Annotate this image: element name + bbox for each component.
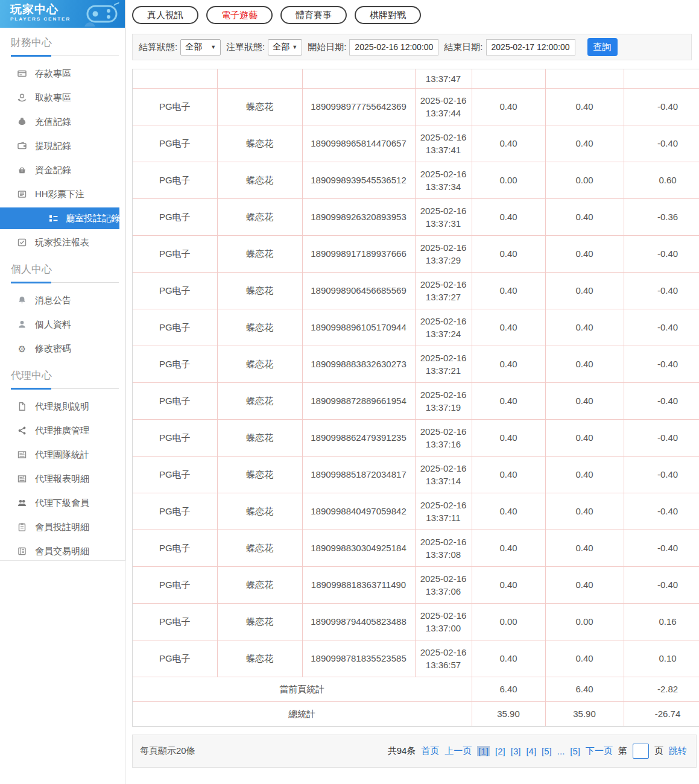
cell-order-no: 1890998862479391235 [302, 419, 415, 456]
cell-platform: PG电子 [133, 419, 217, 456]
next-page-link[interactable]: 下一页 [586, 745, 613, 757]
settle-status-select[interactable]: 全部 ▼ [180, 39, 221, 55]
cell-game: 蝶恋花 [217, 530, 302, 566]
cell-time: 13:37:16 [416, 438, 472, 450]
cell-date: 2025-02-16 [416, 204, 472, 217]
cell-order-no: 1890998794405823488 [302, 603, 415, 640]
last-page-link[interactable]: [5] [570, 746, 580, 756]
table-row: PG电子蝶恋花18909988518720348172025-02-1613:3… [133, 456, 699, 493]
sidebar-item-withdraw[interactable]: 取款專區 [0, 86, 125, 110]
sidebar-item-announcements[interactable]: 消息公告 [0, 288, 125, 312]
section-title-personal: 個人中心 [11, 262, 125, 276]
cell-time: 13:37:14 [416, 475, 472, 487]
sidebar-item-cashout-records[interactable]: 提現記錄 [0, 134, 125, 158]
cell-platform: PG电子 [133, 198, 217, 235]
page-size-text: 每頁顯示20條 [140, 745, 195, 757]
cell-game: 蝶恋花 [217, 603, 302, 640]
cell-datetime: 2025-02-1613:37:00 [415, 603, 472, 640]
total-summary-label: 總統計 [133, 701, 472, 726]
page-4-link[interactable]: [4] [526, 746, 536, 756]
cell-bet-amount: 0.40 [472, 640, 545, 677]
sidebar-item-room-bet-records[interactable]: 廳室投註記錄 › [0, 207, 119, 229]
cell-order-no: 1890998883832630273 [302, 346, 415, 382]
cell-valid-bet: 0.40 [545, 419, 624, 456]
table-row: PG电子蝶恋花18909988624793912352025-02-1613:3… [133, 419, 699, 456]
cell-bet-amount: 0.00 [472, 603, 545, 640]
cell-platform: PG电子 [133, 309, 217, 346]
cell-order-no: 1890998906456685569 [302, 272, 415, 309]
cell-order-no: 1890998830304925184 [302, 530, 415, 566]
cell-order-no: 1890998926320893953 [302, 198, 415, 235]
sidebar-item-deposit[interactable]: 存款專區 [0, 62, 125, 86]
sidebar-item-label: 玩家投注報表 [35, 237, 89, 248]
cell-bet-amount: 0.40 [472, 198, 545, 235]
cell-valid-bet: 0.40 [545, 309, 624, 346]
document-icon [17, 402, 27, 411]
tab-live-video[interactable]: 真人視訊 [132, 6, 198, 24]
cell-date: 2025-02-16 [416, 315, 472, 327]
cell-game: 蝶恋花 [217, 272, 302, 309]
cell-time: 13:37:06 [416, 585, 472, 598]
order-status-label: 注單狀態: [226, 42, 265, 53]
cell-bet-amount: 0.40 [472, 456, 545, 493]
first-page-link[interactable]: 首页 [421, 745, 439, 757]
page-3-link[interactable]: [3] [511, 746, 521, 756]
purse-icon [17, 165, 27, 175]
cell-datetime: 2025-02-1613:37:31 [415, 198, 472, 235]
bet-records-table: 13:37:47 PG电子蝶恋花18909989777556423692025-… [132, 69, 699, 727]
cell-bet-amount: 0.40 [472, 382, 545, 419]
sidebar-item-member-bet-detail[interactable]: 會員投註明細 [0, 515, 125, 539]
cell-bet-amount: 0.40 [472, 235, 545, 272]
sidebar-item-member-trade-detail[interactable]: 會員交易明細 [0, 539, 125, 563]
cell-game: 蝶恋花 [217, 198, 302, 235]
sidebar-item-agent-promotion[interactable]: 代理推廣管理 [0, 419, 125, 443]
tab-sports[interactable]: 體育賽事 [280, 6, 347, 24]
query-button[interactable]: 查詢 [587, 38, 618, 56]
sidebar-item-label: 資金記錄 [35, 165, 71, 176]
end-date-input[interactable]: 2025-02-17 12:00:00 [486, 39, 575, 55]
cell-platform: PG电子 [133, 88, 217, 125]
cell-game: 蝶恋花 [217, 566, 302, 603]
cell-game: 蝶恋花 [217, 419, 302, 456]
sidebar-item-label: 消息公告 [35, 295, 71, 306]
page-2-link[interactable]: [2] [495, 746, 505, 756]
cell-valid-bet: 0.40 [545, 198, 624, 235]
jump-button[interactable]: 跳转 [669, 745, 687, 757]
sidebar-item-label: 修改密碼 [35, 343, 71, 355]
sidebar-item-agent-sub-members[interactable]: 代理下級會員 [0, 491, 125, 515]
sidebar-item-agent-team-stats[interactable]: 代理團隊統計 [0, 443, 125, 467]
cell-win-loss: 0.16 [624, 603, 699, 640]
tab-electronic-games[interactable]: 電子遊藝 [206, 6, 273, 24]
sidebar-item-profile[interactable]: 個人資料 [0, 312, 125, 337]
prev-page-link[interactable]: 上一页 [444, 745, 472, 757]
section-underline [11, 55, 119, 56]
sidebar-item-agent-report-detail[interactable]: 代理報表明細 [0, 467, 125, 491]
sidebar-item-label: 代理規則說明 [35, 401, 89, 413]
order-status-select[interactable]: 全部 ▼ [268, 39, 302, 55]
cell-time: 13:37:24 [416, 327, 472, 340]
cell-datetime: 2025-02-1613:37:44 [415, 88, 472, 125]
chevron-right-icon: › [120, 213, 124, 224]
sidebar-item-player-bet-report[interactable]: 玩家投注報表 [0, 230, 125, 254]
cell-order-no: 1890998917189937666 [302, 235, 415, 272]
sidebar-item-hh-lottery[interactable]: HH彩票下注 [0, 182, 125, 206]
cell-platform: PG电子 [133, 566, 217, 603]
sidebar-item-label: 代理團隊統計 [35, 449, 89, 461]
start-date-input[interactable]: 2025-02-16 12:00:00 [349, 39, 438, 55]
cell-date: 2025-02-16 [416, 462, 472, 475]
cell-game: 蝶恋花 [217, 125, 302, 162]
cell-order-no: 1890998965814470657 [302, 125, 415, 162]
table-row: PG电子蝶恋花18909987818355235852025-02-1613:3… [133, 640, 699, 677]
tab-board-games[interactable]: 棋牌對戰 [355, 6, 421, 24]
cell-bet-amount: 0.40 [472, 272, 545, 309]
sidebar-item-agent-rules[interactable]: 代理規則說明 [0, 394, 125, 419]
page-5-link[interactable]: [5] [542, 746, 552, 756]
share-icon [17, 426, 27, 435]
jump-page-input[interactable] [633, 744, 649, 759]
sidebar-item-funds-records[interactable]: 資金記錄 [0, 158, 125, 182]
sidebar-item-recharge-records[interactable]: 充值記錄 [0, 110, 125, 134]
cell-valid-bet: 0.00 [545, 162, 624, 198]
cell-valid-bet: 0.40 [545, 272, 624, 309]
chevron-down-icon: ▼ [292, 44, 297, 50]
sidebar-item-change-password[interactable]: ⚙ 修改密碼 [0, 337, 125, 361]
